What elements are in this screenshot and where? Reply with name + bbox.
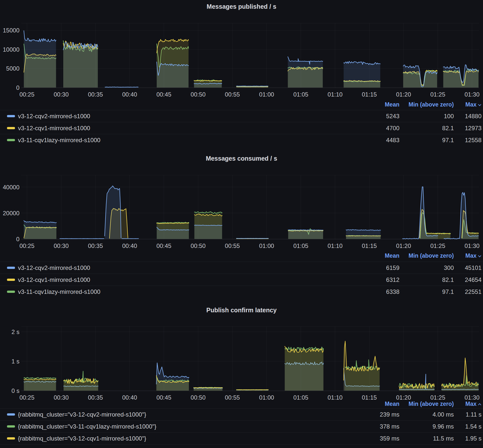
legend-row[interactable]: v3-12-cqv2-mirrored-s1000 5243 100 14880 (0, 110, 483, 122)
series-color-swatch (7, 127, 15, 129)
svg-text:20000: 20000 (3, 210, 19, 217)
series-max: 1.95 s (465, 435, 482, 442)
svg-text:01:10: 01:10 (328, 91, 343, 98)
legend-col-max[interactable]: Max (465, 252, 482, 260)
series-mean: 6312 (386, 276, 399, 283)
series-label[interactable]: v3-12-cqv2-mirrored-s1000 (18, 264, 90, 271)
series-color-swatch (7, 139, 15, 141)
series-max: 1.11 s (466, 411, 482, 418)
svg-text:01:00: 01:00 (259, 91, 274, 98)
svg-text:0: 0 (16, 236, 19, 242)
series-mean: 5243 (386, 113, 399, 120)
legend-header-published: Mean Min (above zero) Max (0, 101, 483, 109)
legend-col-min[interactable]: Min (above zero) (409, 252, 454, 260)
svg-text:00:55: 00:55 (225, 242, 240, 249)
svg-text:01:10: 01:10 (328, 242, 343, 249)
series-min: 97.1 (442, 137, 454, 144)
svg-text:00:50: 00:50 (191, 91, 206, 98)
series-label[interactable]: {rabbitmq_cluster="v3-12-cqv2-mirrored-s… (18, 411, 146, 418)
svg-text:00:45: 00:45 (156, 242, 171, 249)
svg-text:10000: 10000 (3, 46, 19, 53)
legend-row[interactable]: v3-12-cqv2-mirrored-s1000 6159 300 45101 (0, 262, 483, 274)
svg-text:00:30: 00:30 (54, 242, 69, 249)
legend-published: v3-12-cqv2-mirrored-s1000 5243 100 14880… (0, 110, 483, 146)
legend-row[interactable]: {rabbitmq_cluster="v3-12-cqv2-mirrored-s… (0, 408, 483, 420)
legend-row[interactable]: v3-11-cqv1lazy-mirrored-s1000 6338 97.1 … (0, 286, 483, 298)
svg-text:0 s: 0 s (11, 387, 19, 394)
series-mean: 378 ms (380, 423, 399, 430)
svg-text:00:30: 00:30 (54, 91, 69, 98)
legend-col-max[interactable]: Max (465, 101, 482, 109)
series-max: 14880 (465, 113, 482, 120)
series-label[interactable]: v3-12-cqv1-mirrored-s1000 (18, 276, 90, 283)
svg-text:15000: 15000 (3, 27, 19, 34)
series-mean: 6338 (386, 288, 399, 295)
series-label[interactable]: {rabbitmq_cluster="v3-11-cqv1lazy-mirror… (18, 423, 156, 430)
series-color-swatch (7, 267, 15, 269)
series-mean: 4700 (386, 125, 399, 132)
svg-text:00:50: 00:50 (191, 242, 206, 249)
svg-text:00:45: 00:45 (156, 91, 171, 98)
svg-text:01:00: 01:00 (259, 242, 274, 249)
legend-row[interactable]: {rabbitmq_cluster="v3-11-cqv1lazy-mirror… (0, 420, 483, 432)
legend-row[interactable]: v3-12-cqv1-mirrored-s1000 4700 82.1 1297… (0, 122, 483, 134)
legend-col-max[interactable]: Max (465, 400, 482, 408)
series-max: 45101 (465, 264, 482, 271)
legend-col-min[interactable]: Min (above zero) (409, 101, 454, 109)
legend-row[interactable]: {rabbitmq_cluster="v3-12-cqv1-mirrored-s… (0, 432, 483, 444)
svg-text:00:35: 00:35 (88, 242, 103, 249)
series-color-swatch (7, 279, 15, 281)
series-color-swatch (7, 115, 15, 117)
series-max: 12558 (465, 137, 482, 144)
svg-text:01:05: 01:05 (293, 242, 308, 249)
svg-text:01:15: 01:15 (362, 91, 377, 98)
series-color-swatch (7, 413, 15, 416)
svg-text:00:25: 00:25 (19, 91, 34, 98)
legend-col-mean[interactable]: Mean (385, 101, 399, 109)
legend-row[interactable]: v3-12-cqv1-mirrored-s1000 6312 82.1 2465… (0, 274, 483, 286)
legend-header-latency: Mean Min (above zero) Max (0, 400, 483, 408)
legend-col-min[interactable]: Min (above zero) (409, 400, 454, 408)
svg-text:01:20: 01:20 (396, 91, 411, 98)
svg-text:01:15: 01:15 (362, 242, 377, 249)
series-max: 22551 (465, 288, 482, 295)
svg-text:00:40: 00:40 (122, 91, 137, 98)
time-series-plots[interactable]: 05000100001500000:2500:3000:3500:4000:45… (0, 0, 483, 448)
series-mean: 359 ms (380, 435, 399, 442)
svg-text:0: 0 (16, 84, 19, 91)
legend-row[interactable]: v3-11-cqv1lazy-mirrored-s1000 4483 97.1 … (0, 134, 483, 146)
svg-text:01:05: 01:05 (293, 91, 308, 98)
series-mean: 6159 (386, 264, 399, 271)
panel-title-messages-consumed[interactable]: Messages consumed / s (0, 154, 483, 163)
series-min: 82.1 (442, 276, 454, 283)
series-mean: 239 ms (380, 411, 399, 418)
series-label[interactable]: v3-11-cqv1lazy-mirrored-s1000 (18, 288, 100, 295)
svg-text:01:25: 01:25 (430, 91, 445, 98)
series-label[interactable]: {rabbitmq_cluster="v3-12-cqv1-mirrored-s… (18, 435, 146, 442)
series-label[interactable]: v3-11-cqv1lazy-mirrored-s1000 (18, 137, 100, 144)
series-mean: 4483 (386, 137, 399, 144)
svg-text:40000: 40000 (3, 184, 19, 191)
legend-col-mean[interactable]: Mean (385, 252, 399, 260)
legend-consumed: v3-12-cqv2-mirrored-s1000 6159 300 45101… (0, 262, 483, 298)
panel-title-messages-published[interactable]: Messages published / s (0, 2, 483, 11)
series-color-swatch (7, 291, 15, 293)
svg-text:00:55: 00:55 (225, 91, 240, 98)
series-color-swatch (7, 425, 15, 428)
series-min: 11.5 ms (433, 435, 454, 442)
svg-text:01:25: 01:25 (430, 242, 445, 249)
svg-text:00:40: 00:40 (122, 242, 137, 249)
legend-header-consumed: Mean Min (above zero) Max (0, 252, 483, 260)
svg-text:1 s: 1 s (11, 358, 19, 365)
legend-col-mean[interactable]: Mean (385, 400, 399, 408)
panel-title-publish-confirm-latency[interactable]: Publish confirm latency (0, 306, 483, 315)
sort-chevron-down-icon (478, 104, 482, 106)
svg-text:01:20: 01:20 (396, 242, 411, 249)
series-min: 9.96 ms (433, 423, 454, 430)
series-label[interactable]: v3-12-cqv2-mirrored-s1000 (18, 113, 90, 120)
series-min: 82.1 (442, 125, 454, 132)
series-min: 97.1 (442, 288, 454, 295)
svg-text:5000: 5000 (6, 65, 19, 72)
series-label[interactable]: v3-12-cqv1-mirrored-s1000 (18, 125, 90, 132)
svg-text:2 s: 2 s (11, 329, 19, 335)
